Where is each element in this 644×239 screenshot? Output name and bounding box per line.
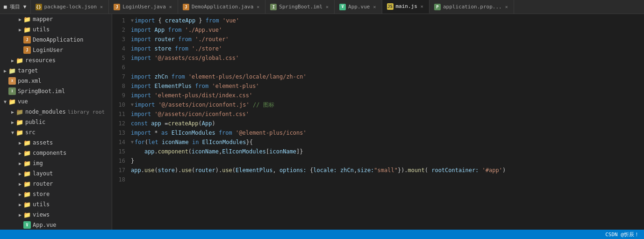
token-var: zhCn	[340, 167, 354, 174]
tree-item-16[interactable]: ▶📁router	[0, 179, 112, 189]
tree-item-11[interactable]: ▼📁src	[0, 127, 112, 138]
tree-icon-17: 📁	[23, 190, 31, 198]
tab-close-main-js[interactable]: ✕	[420, 3, 424, 9]
token-fn: component	[158, 148, 188, 155]
tree-label-11: src	[25, 129, 36, 136]
tab-springboot-iml[interactable]: ISpringBoot.iml✕	[265, 0, 335, 14]
tree-item-12[interactable]: ▶📁assets	[0, 138, 112, 148]
token-opt-label: size:	[357, 167, 374, 174]
tree-icon-11: 📁	[16, 129, 23, 136]
token-plain: .	[155, 148, 158, 155]
fold-indicator-10[interactable]: ▼	[131, 100, 134, 109]
tree-item-15[interactable]: ▶📁layout	[0, 168, 112, 179]
tree-item-14[interactable]: ▶📁img	[0, 158, 112, 168]
token-plain	[131, 148, 144, 155]
editor[interactable]: 1▼import { createApp } from 'vue'2import…	[112, 14, 644, 230]
token-var: app	[131, 167, 141, 174]
tree-item-7[interactable]: ISpringBoot.iml	[0, 86, 112, 96]
tab-login-user[interactable]: JLoginUser.java✕	[109, 0, 178, 14]
token-plain: )	[212, 120, 215, 127]
token-plain	[151, 45, 154, 52]
tab-close-login-user[interactable]: ✕	[168, 4, 173, 10]
token-plain	[215, 130, 219, 136]
token-kw: import	[131, 73, 151, 80]
token-plain: }{	[246, 139, 253, 145]
tree-arrow-8: ▼	[2, 99, 8, 104]
tree-item-3[interactable]: JLoginUser	[0, 45, 112, 55]
tab-close-package-lock[interactable]: ✕	[99, 4, 104, 10]
tree-item-19[interactable]: ▶📁views	[0, 210, 112, 220]
tree-item-17[interactable]: ▶📁store	[0, 189, 112, 199]
tree-item-1[interactable]: ▶📁utils	[0, 24, 112, 35]
tree-item-20[interactable]: VApp.vue	[0, 220, 112, 230]
tree-icon-8: 📁	[8, 98, 16, 105]
tree-arrow-1: ▶	[17, 27, 23, 32]
tree-arrow-4: ▶	[9, 58, 16, 63]
tree-label-19: views	[33, 211, 50, 218]
tree-icon-12: 📁	[23, 139, 31, 146]
token-str: '@element-plus/icons'	[236, 130, 307, 136]
code-line-12: 12const app =createApp(App)	[112, 119, 644, 128]
token-kw: from	[168, 27, 182, 33]
tree-icon-1: 📁	[23, 26, 31, 33]
token-var: App	[155, 27, 165, 33]
tab-demo-app[interactable]: JDemoApplication.java✕	[178, 0, 265, 14]
tab-icon-main-js: JS	[387, 3, 394, 10]
tab-icon-login-user: J	[114, 4, 120, 10]
tab-close-application-prop[interactable]: ✕	[504, 4, 509, 10]
code-line-6: 6	[112, 63, 644, 72]
tree-item-6[interactable]: Xpom.xml	[0, 76, 112, 86]
tree-label-2: DemoApplication	[33, 36, 83, 43]
tree-item-4[interactable]: ▶📁resources	[0, 55, 112, 65]
line-content-13: import * as ElIconModules from '@element…	[131, 128, 640, 138]
tree-label-12: assets	[33, 139, 53, 146]
code-line-9: 9import 'element-plus/dist/index.css'	[112, 91, 644, 100]
tree-item-18[interactable]: ▶📁utils	[0, 199, 112, 210]
token-fn: use	[222, 167, 232, 174]
token-plain: (	[232, 167, 236, 174]
tree-arrow-14: ▶	[17, 161, 23, 166]
token-kw: from	[219, 130, 232, 136]
fold-indicator-14[interactable]: ▼	[131, 138, 134, 147]
token-str: '@/assets/icon/iconfont.css'	[155, 111, 249, 117]
tab-main-js[interactable]: JSmain.js✕	[382, 0, 429, 14]
tree-item-13[interactable]: ▶📁components	[0, 148, 112, 158]
token-plain	[337, 167, 340, 174]
tree-arrow-0: ▶	[17, 17, 23, 22]
tree-item-5[interactable]: ▶📁target	[0, 65, 112, 76]
tab-close-demo-app[interactable]: ✕	[256, 4, 260, 10]
token-plain: *	[151, 130, 161, 136]
code-line-14: 14▼for(let iconName in ElIconModules}{	[112, 138, 644, 147]
token-plain: ).	[175, 167, 181, 174]
line-number-14: 14	[112, 138, 131, 147]
code-line-10: 10▼import '@/assets/icon/iconfont.js' //…	[112, 100, 644, 109]
tree-icon-4: 📁	[16, 57, 23, 64]
token-str: './router'	[195, 36, 229, 43]
tree-item-10[interactable]: ▶📁public	[0, 117, 112, 127]
tab-bar: ■ 项目 ▼ {}package-lock.json✕JLoginUser.ja…	[0, 0, 644, 14]
token-str: './store'	[192, 45, 222, 52]
tab-label-package-lock: package-lock.json	[44, 4, 97, 10]
code-line-17: 17app.use(store).use(router).use(Element…	[112, 166, 644, 175]
tree-label-18: utils	[33, 201, 50, 208]
tree-item-9[interactable]: ▶📁node_moduleslibrary root	[0, 107, 112, 117]
tree-item-0[interactable]: ▶📁mapper	[0, 14, 112, 24]
token-plain: (	[188, 148, 192, 155]
tab-close-app-vue[interactable]: ✕	[372, 4, 377, 10]
token-opt-label: options:	[279, 167, 307, 174]
line-number-11: 11	[112, 109, 131, 119]
token-plain: (	[145, 139, 148, 145]
fold-indicator-1[interactable]: ▼	[131, 16, 134, 25]
tree-item-8[interactable]: ▼📁vue	[0, 96, 112, 107]
tab-package-lock[interactable]: {}package-lock.json✕	[31, 0, 109, 14]
tree-item-2[interactable]: JDemoApplication	[0, 35, 112, 45]
tab-close-springboot-iml[interactable]: ✕	[325, 4, 329, 10]
line-content-1: import { createApp } from 'vue'	[135, 16, 640, 25]
token-var: createApp	[165, 17, 195, 24]
token-var: store	[155, 45, 172, 52]
tab-application-prop[interactable]: Papplication.prop...✕	[429, 0, 514, 14]
token-str: '@/assets/icon/iconfont.js'	[158, 101, 250, 108]
tab-app-vue[interactable]: VApp.vue✕	[335, 0, 382, 14]
line-number-8: 8	[112, 81, 131, 91]
token-kw: import	[135, 101, 155, 108]
